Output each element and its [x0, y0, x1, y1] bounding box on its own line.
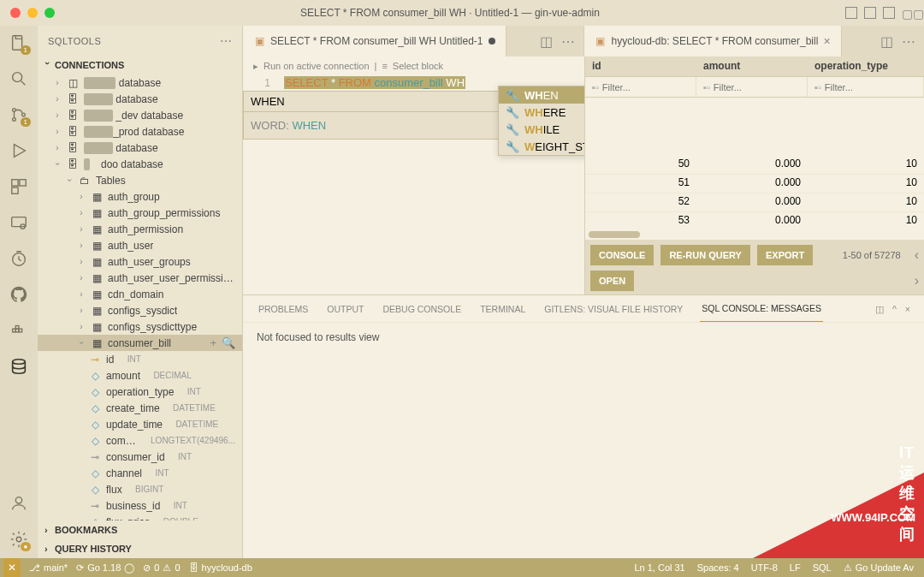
more-icon[interactable]: ⋯: [902, 33, 915, 50]
split-icon[interactable]: ◫: [880, 33, 893, 50]
panel-tab-problems[interactable]: PROBLEMS: [257, 295, 310, 322]
suggestion-item[interactable]: 🔧WHILE: [499, 121, 585, 138]
panel-tab-debug[interactable]: DEBUG CONSOLE: [382, 295, 464, 322]
console-button[interactable]: CONSOLE: [590, 245, 654, 265]
column-item[interactable]: ⊸id INT: [38, 351, 242, 367]
db-item[interactable]: ›🗄xxxxx _dev database: [38, 107, 242, 123]
more-icon[interactable]: ⋯: [561, 33, 575, 50]
column-item[interactable]: ◇amount DECIMAL: [38, 367, 242, 384]
panel-tab-sql[interactable]: SQL CONSOLE: MESSAGES: [700, 295, 823, 322]
lang-status[interactable]: SQL: [813, 562, 832, 573]
editor-tab[interactable]: ▣ SELECT * FROM consumer_bill WH Untitle…: [243, 26, 506, 57]
more-icon[interactable]: ⋯: [220, 34, 232, 48]
tables-folder[interactable]: ›🗀Tables: [38, 172, 242, 188]
layout-icon[interactable]: [864, 7, 876, 19]
column-item[interactable]: ◇create_time DATETIME: [38, 400, 242, 416]
go-update-status[interactable]: ⚠ Go Update Av: [844, 562, 914, 574]
close-icon[interactable]: ×: [823, 34, 830, 48]
layout-icon[interactable]: [883, 7, 895, 19]
prev-page-icon[interactable]: ‹: [915, 247, 919, 263]
go-status[interactable]: ⟳ Go 1.18 ◯: [76, 562, 134, 574]
table-item[interactable]: ›▦configs_sysdict: [38, 302, 242, 318]
suggestion-item[interactable]: 🔧WEIGHT_STRING: [499, 138, 585, 155]
account-icon[interactable]: [9, 493, 29, 514]
section-bookmarks[interactable]: ›BOOKMARKS: [38, 520, 242, 539]
remote-status[interactable]: ✕: [3, 558, 21, 577]
autocomplete-input[interactable]: [251, 95, 530, 108]
db-item[interactable]: ›🗄l doo database: [38, 156, 242, 172]
settings-icon[interactable]: ●: [9, 529, 29, 550]
result-row[interactable]: 530.00010: [585, 212, 924, 229]
remote-icon[interactable]: [9, 212, 29, 233]
export-button[interactable]: EXPORT: [757, 245, 813, 265]
table-item[interactable]: ›▦auth_group: [38, 188, 242, 205]
table-item[interactable]: ›▦consumer_bill+🔍: [38, 335, 242, 351]
next-page-icon[interactable]: ›: [915, 273, 919, 288]
suggestion-item[interactable]: 🔧WHEN: [499, 86, 585, 104]
layout-icon[interactable]: [845, 7, 857, 19]
db-item[interactable]: ›🗄xxxxx database: [38, 91, 242, 107]
magnify-icon[interactable]: 🔍: [222, 336, 235, 349]
result-row[interactable]: 510.00010: [585, 175, 924, 193]
column-item[interactable]: ◇update_time DATETIME: [38, 416, 242, 432]
db-item[interactable]: ›🗄xxxxx_prod database: [38, 123, 242, 140]
eol-status[interactable]: LF: [790, 562, 801, 573]
column-item[interactable]: ⊸consumer_id INT: [38, 449, 242, 465]
open-button[interactable]: OPEN: [590, 271, 634, 291]
result-row[interactable]: 520.00010: [585, 193, 924, 212]
run-debug-icon[interactable]: [9, 140, 29, 161]
layout-controls[interactable]: ▢▢: [845, 7, 914, 19]
close-icon[interactable]: ×: [905, 304, 910, 314]
timer-icon[interactable]: [9, 248, 29, 269]
split-icon[interactable]: ◫: [875, 304, 884, 314]
panel-tab-output[interactable]: OUTPUT: [325, 295, 365, 322]
encoding-status[interactable]: UTF-8: [751, 562, 778, 573]
select-block-icon[interactable]: ≡: [382, 61, 387, 71]
layout-icon[interactable]: ▢▢: [902, 7, 914, 19]
db-item[interactable]: ›🗄xxxxx database: [38, 140, 242, 156]
table-item[interactable]: ›▦auth_user_user_permissions: [38, 270, 242, 286]
source-control-icon[interactable]: 1: [9, 104, 29, 125]
search-icon[interactable]: [9, 68, 29, 89]
minimize-window[interactable]: [27, 8, 38, 18]
table-item[interactable]: ›▦auth_group_permissions: [38, 205, 242, 221]
indent-status[interactable]: Spaces: 4: [697, 562, 739, 573]
filter-input[interactable]: [714, 82, 773, 92]
table-item[interactable]: ›▦auth_user_groups: [38, 253, 242, 270]
col-header-id[interactable]: id: [585, 57, 696, 76]
result-row[interactable]: 500.00010: [585, 156, 924, 175]
cursor-position[interactable]: Ln 1, Col 31: [634, 562, 684, 573]
panel-tab-terminal[interactable]: TERMINAL: [478, 295, 527, 322]
column-item[interactable]: ◇comment LONGTEXT(429496...: [38, 432, 242, 449]
chevron-up-icon[interactable]: ^: [892, 304, 897, 314]
add-icon[interactable]: +: [210, 336, 216, 349]
code-editor[interactable]: 1 SELECT * FROM consumer_bill WH × WORD:…: [243, 75, 584, 294]
close-window[interactable]: [10, 8, 21, 18]
problems-status[interactable]: ⊘0 ⚠0: [143, 562, 180, 574]
column-item[interactable]: ◇flux BIGINT: [38, 481, 242, 497]
run-icon[interactable]: ▸: [253, 61, 258, 72]
column-item[interactable]: ◇channel INT: [38, 465, 242, 481]
rerun-button[interactable]: RE-RUN QUERY: [660, 245, 750, 265]
github-icon[interactable]: [9, 284, 29, 305]
explorer-icon[interactable]: 1: [9, 33, 29, 53]
table-item[interactable]: ›▦cdn_domain: [38, 286, 242, 302]
suggestion-item[interactable]: 🔧WHERE: [499, 104, 585, 121]
section-connections[interactable]: ›CONNECTIONS: [38, 56, 242, 74]
docker-icon[interactable]: [9, 320, 29, 341]
table-item[interactable]: ›▦auth_user: [38, 237, 242, 253]
maximize-window[interactable]: [44, 8, 55, 18]
scrollbar[interactable]: [589, 231, 640, 238]
results-body[interactable]: 500.00010 510.00010 520.00010 530.00010 …: [585, 98, 924, 229]
extensions-icon[interactable]: [9, 176, 29, 197]
branch-status[interactable]: ⎇main*: [29, 562, 68, 574]
table-item[interactable]: ›▦configs_sysdicttype: [38, 318, 242, 335]
col-header-op[interactable]: operation_type: [808, 57, 924, 76]
db-status[interactable]: 🗄hyycloud-db: [189, 562, 252, 573]
panel-tab-gitlens[interactable]: GITLENS: VISUAL FILE HISTORY: [542, 295, 684, 322]
split-icon[interactable]: ◫: [540, 33, 553, 50]
filter-input[interactable]: [602, 82, 662, 92]
filter-input[interactable]: [825, 82, 885, 92]
editor-tab[interactable]: ▣ hyycloud-db: SELECT * FROM consumer_bi…: [584, 26, 842, 57]
column-item[interactable]: ⊸business_id INT: [38, 497, 242, 514]
